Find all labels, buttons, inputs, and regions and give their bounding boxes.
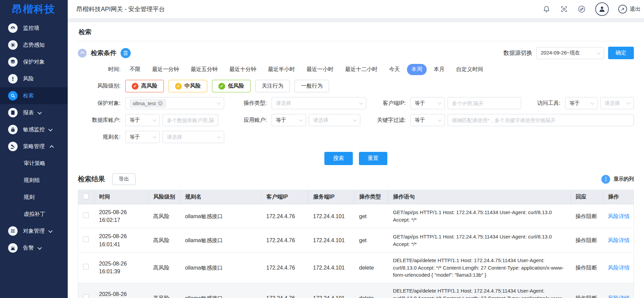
sidebar-subitem-规则[interactable]: 规则 (0, 189, 68, 206)
logout-button[interactable]: 退出 (618, 5, 641, 14)
time-option-最近五分钟[interactable]: 最近五分钟 (186, 64, 222, 75)
cell-risk-level: 高风险 (149, 283, 180, 298)
time-filter-options: 不限最近一分钟最近五分钟最近十分钟最近半小时最近一小时最近十二小时今天本周本月自… (125, 64, 488, 75)
avatar[interactable] (595, 2, 609, 16)
keyword-input[interactable] (448, 114, 634, 126)
time-option-自定义时间[interactable]: 自定义时间 (452, 64, 488, 75)
object-management-icon (8, 226, 18, 236)
sidebar-item-保护对象[interactable]: 保护对象 (0, 53, 68, 70)
time-option-最近一小时[interactable]: 最近一小时 (302, 64, 338, 75)
db-account-input[interactable] (163, 114, 218, 126)
sidebar-item-对象管理[interactable]: 对象管理 (0, 223, 68, 239)
collapse-section-icon[interactable] (78, 49, 87, 58)
protect-object-tag: ollma_test × (130, 99, 166, 108)
sidebar-item-风险[interactable]: 风险 (0, 70, 68, 87)
time-option-最近十二小时[interactable]: 最近十二小时 (341, 64, 382, 75)
cell-rule-name: ollama敏感接口 (180, 204, 262, 228)
cell-statement: DELETE/api/delete HTTP/1.1 Host: 172.24.… (388, 252, 571, 283)
column-header-回应: 回应 (571, 190, 603, 204)
protect-object-select[interactable]: ollma_test × (125, 97, 224, 109)
app-account-select[interactable]: 请选择 (309, 114, 360, 126)
notification-bell-icon[interactable] (542, 5, 551, 13)
row-checkbox[interactable] (83, 294, 89, 298)
risk-option-高风险[interactable]: ✓高风险 (125, 80, 164, 92)
logout-icon (618, 5, 627, 14)
cell-response: 操作阻断 (571, 204, 603, 228)
cell-statement: GET/api/ps HTTP/1.1 Host: 172.24.4.75:11… (388, 204, 571, 228)
time-option-最近十分钟[interactable]: 最近十分钟 (225, 64, 261, 75)
table-row: 2025-08-26 16:00:25 高风险 ollama敏感接口 172.2… (78, 283, 634, 298)
keyword-operator-select[interactable]: 等于 (410, 114, 445, 126)
reset-button[interactable]: 重置 (359, 152, 387, 165)
situation-awareness-icon (8, 40, 18, 50)
risk-option-低风险[interactable]: ✓低风险 (212, 80, 251, 92)
risk-option-关注行为[interactable]: 关注行为 (255, 80, 290, 92)
column-header-服务端IP: 服务端IP (308, 190, 355, 204)
time-option-不限[interactable]: 不限 (125, 64, 145, 75)
search-button[interactable]: 搜索 (324, 152, 353, 165)
op-type-label: 操作类型: (224, 100, 272, 107)
risk-level-label: 风险级别: (78, 83, 125, 90)
row-checkbox[interactable] (83, 212, 89, 218)
sidebar-item-监控墙[interactable]: 监控墙 (0, 20, 68, 37)
chevron-down-icon (217, 135, 221, 138)
fullscreen-icon[interactable] (560, 5, 568, 13)
sidebar-item-策略管理[interactable]: 策略管理 (0, 138, 68, 155)
sidebar-item-态势感知[interactable]: 态势感知 (0, 37, 68, 53)
condition-menu-icon[interactable] (121, 48, 131, 58)
sidebar-item-报表[interactable]: 报表 (0, 104, 68, 121)
risk-option-中风险[interactable]: ✓中风险 (169, 80, 207, 92)
sidebar-item-告警[interactable]: 告警 (0, 239, 68, 256)
time-option-最近一分钟[interactable]: 最近一分钟 (148, 64, 184, 75)
tag-close-icon[interactable]: × (158, 101, 163, 106)
select-all-checkbox[interactable] (83, 193, 89, 199)
client-ip-input[interactable] (448, 97, 521, 109)
risk-detail-link[interactable]: 风险详情 (608, 237, 630, 243)
cell-response: 操作阻断 (571, 228, 603, 252)
access-tool-operator-select[interactable]: 等于 (565, 97, 598, 109)
cell-op-type: get (355, 204, 388, 228)
client-ip-operator-select[interactable]: 等于 (410, 97, 445, 109)
sidebar-item-检索[interactable]: 检索 (0, 87, 68, 104)
time-option-本周[interactable]: 本周 (407, 64, 427, 75)
cell-time: 2025-08-26 16:00:25 (94, 283, 149, 298)
datasource-confirm-button[interactable]: 确定 (608, 47, 634, 59)
datasource-select[interactable]: 2024-09-26~现在 (536, 47, 604, 59)
brand-logo: 昂楷科技 (0, 0, 68, 18)
risk-detail-link[interactable]: 风险详情 (608, 265, 630, 271)
rule-name-select[interactable]: 请选择 (163, 131, 224, 143)
results-table: 时间风险级别规则名客户端IP服务端IP操作类型操作语句回应操作 2025-08-… (78, 190, 634, 298)
op-type-select[interactable]: 请选择 (272, 97, 366, 109)
show-columns-button[interactable]: 显示的列 (601, 175, 634, 184)
column-header-客户端IP: 客户端IP (262, 190, 308, 204)
row-checkbox[interactable] (83, 264, 89, 270)
time-option-今天[interactable]: 今天 (385, 64, 404, 75)
alarm-icon (8, 243, 18, 253)
risk-option-一般行为[interactable]: 一般行为 (295, 80, 329, 92)
rule-name-operator-select[interactable]: 等于 (125, 131, 160, 143)
time-filter-label: 时间: (78, 66, 125, 73)
sidebar-subitem-审计策略[interactable]: 审计策略 (0, 155, 68, 172)
chevron-down-icon (38, 245, 42, 250)
time-option-最近半小时[interactable]: 最近半小时 (263, 64, 299, 75)
db-account-operator-select[interactable]: 等于 (125, 114, 160, 126)
row-checkbox[interactable] (83, 236, 89, 242)
table-row: 2025-08-26 16:01:41 高风险 ollama敏感接口 172.2… (78, 228, 634, 252)
risk-detail-link[interactable]: 风险详情 (608, 213, 630, 219)
access-tool-select[interactable]: 请选择 (600, 97, 634, 109)
time-option-本月[interactable]: 本月 (429, 64, 449, 75)
sidebar-item-敏感监控[interactable]: 敏感监控 (0, 121, 68, 138)
cell-op-type: get (355, 228, 388, 252)
link-icon[interactable] (578, 5, 586, 13)
sidebar-subitem-虚拟补丁[interactable]: 虚拟补丁 (0, 206, 68, 223)
chevron-down-icon (353, 118, 357, 121)
chevron-down-icon (48, 127, 53, 131)
protected-objects-icon (8, 57, 18, 67)
sidebar-subitem-规则组[interactable]: 规则组 (0, 172, 68, 189)
sensitive-monitor-icon (8, 125, 18, 134)
keyword-filter-label: 关键字过滤: (366, 117, 410, 124)
app-account-operator-select[interactable]: 等于 (272, 114, 306, 126)
risk-detail-link[interactable]: 风险详情 (608, 295, 630, 298)
cell-statement: GET/api/ps HTTP/1.1 Host: 172.24.4.75:11… (388, 228, 571, 252)
export-button[interactable]: 导出 (112, 173, 135, 185)
